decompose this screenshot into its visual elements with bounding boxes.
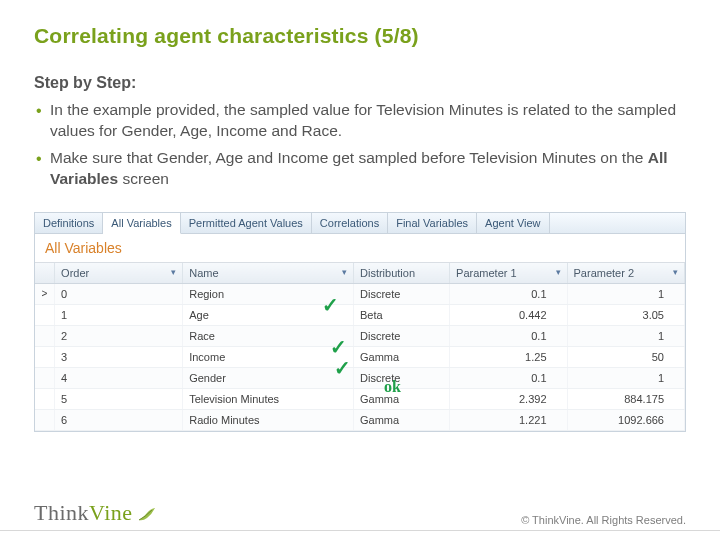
table-row[interactable]: 1AgeBeta0.4423.05: [35, 304, 685, 325]
cell-name: Television Minutes: [183, 388, 354, 409]
filter-icon[interactable]: ▾: [556, 267, 561, 277]
cell-order: 3: [55, 346, 183, 367]
cell-parameter-2: 1: [567, 283, 684, 304]
table-row[interactable]: >0RegionDiscrete0.11: [35, 283, 685, 304]
tab-correlations[interactable]: Correlations: [312, 213, 388, 233]
cell-parameter-1: 1.221: [450, 409, 567, 430]
table-row[interactable]: 4GenderDiscrete0.11: [35, 367, 685, 388]
variables-panel: Definitions All Variables Permitted Agen…: [34, 212, 686, 432]
table-row[interactable]: 5Television MinutesGamma2.392884.175: [35, 388, 685, 409]
variables-table: Order▾ Name▾ Distribution Parameter 1▾ P…: [35, 263, 685, 431]
cell-parameter-2: 1: [567, 325, 684, 346]
cell-parameter-2: 3.05: [567, 304, 684, 325]
col-distribution[interactable]: Distribution: [354, 263, 450, 284]
copyright-text: © ThinkVine. All Rights Reserved.: [521, 514, 686, 526]
tab-permitted-agent-values[interactable]: Permitted Agent Values: [181, 213, 312, 233]
cell-parameter-2: 1: [567, 367, 684, 388]
col-parameter-2[interactable]: Parameter 2▾: [567, 263, 684, 284]
ok-annotation: ok: [384, 378, 401, 396]
row-selector[interactable]: [35, 346, 55, 367]
row-selector-header: [35, 263, 55, 284]
col-parameter-1[interactable]: Parameter 1▾: [450, 263, 567, 284]
bullet-list: In the example provided, the sampled val…: [34, 100, 686, 190]
row-selector[interactable]: >: [35, 283, 55, 304]
cell-name: Race: [183, 325, 354, 346]
row-selector[interactable]: [35, 304, 55, 325]
cell-parameter-1: 0.1: [450, 283, 567, 304]
bold-term: All Variables: [50, 149, 668, 187]
cell-order: 5: [55, 388, 183, 409]
row-selector[interactable]: [35, 325, 55, 346]
bullet-item: In the example provided, the sampled val…: [34, 100, 686, 142]
filter-icon[interactable]: ▾: [171, 267, 176, 277]
cell-parameter-1: 1.25: [450, 346, 567, 367]
logo-part-think: Think: [34, 500, 89, 526]
cell-order: 0: [55, 283, 183, 304]
step-by-step-label: Step by Step:: [34, 74, 686, 92]
thinkvine-logo: ThinkVine: [34, 500, 157, 526]
table-row[interactable]: 3IncomeGamma1.2550: [35, 346, 685, 367]
slide-title: Correlating agent characteristics (5/8): [34, 24, 686, 48]
panel-subtitle: All Variables: [35, 234, 685, 263]
cell-name: Region: [183, 283, 354, 304]
cell-distribution: Beta: [354, 304, 450, 325]
row-selector[interactable]: [35, 388, 55, 409]
row-selector[interactable]: [35, 367, 55, 388]
cell-order: 1: [55, 304, 183, 325]
cell-distribution: Discrete: [354, 283, 450, 304]
filter-icon[interactable]: ▾: [673, 267, 678, 277]
cell-order: 2: [55, 325, 183, 346]
tab-agent-view[interactable]: Agent View: [477, 213, 549, 233]
table-row[interactable]: 2RaceDiscrete0.11: [35, 325, 685, 346]
cell-parameter-2: 884.175: [567, 388, 684, 409]
footer-divider: [0, 530, 720, 531]
tab-definitions[interactable]: Definitions: [35, 213, 103, 233]
cell-parameter-2: 50: [567, 346, 684, 367]
bullet-item: Make sure that Gender, Age and Income ge…: [34, 148, 686, 190]
cell-distribution: Gamma: [354, 388, 450, 409]
filter-icon[interactable]: ▾: [342, 267, 347, 277]
tab-final-variables[interactable]: Final Variables: [388, 213, 477, 233]
col-order[interactable]: Order▾: [55, 263, 183, 284]
cell-distribution: Gamma: [354, 346, 450, 367]
cell-order: 6: [55, 409, 183, 430]
cell-name: Age: [183, 304, 354, 325]
cell-parameter-1: 0.1: [450, 367, 567, 388]
row-selector[interactable]: [35, 409, 55, 430]
cell-parameter-1: 0.442: [450, 304, 567, 325]
tab-bar: Definitions All Variables Permitted Agen…: [35, 213, 685, 234]
cell-name: Radio Minutes: [183, 409, 354, 430]
cell-parameter-2: 1092.666: [567, 409, 684, 430]
cell-distribution: Gamma: [354, 409, 450, 430]
cell-order: 4: [55, 367, 183, 388]
table-row[interactable]: 6Radio MinutesGamma1.2211092.666: [35, 409, 685, 430]
cell-distribution: Discrete: [354, 325, 450, 346]
cell-distribution: Discrete: [354, 367, 450, 388]
cell-parameter-1: 0.1: [450, 325, 567, 346]
leaf-icon: [137, 506, 157, 522]
tab-all-variables[interactable]: All Variables: [103, 213, 180, 234]
cell-parameter-1: 2.392: [450, 388, 567, 409]
cell-name: Income: [183, 346, 354, 367]
cell-name: Gender: [183, 367, 354, 388]
logo-part-vine: Vine: [89, 500, 132, 526]
col-name[interactable]: Name▾: [183, 263, 354, 284]
